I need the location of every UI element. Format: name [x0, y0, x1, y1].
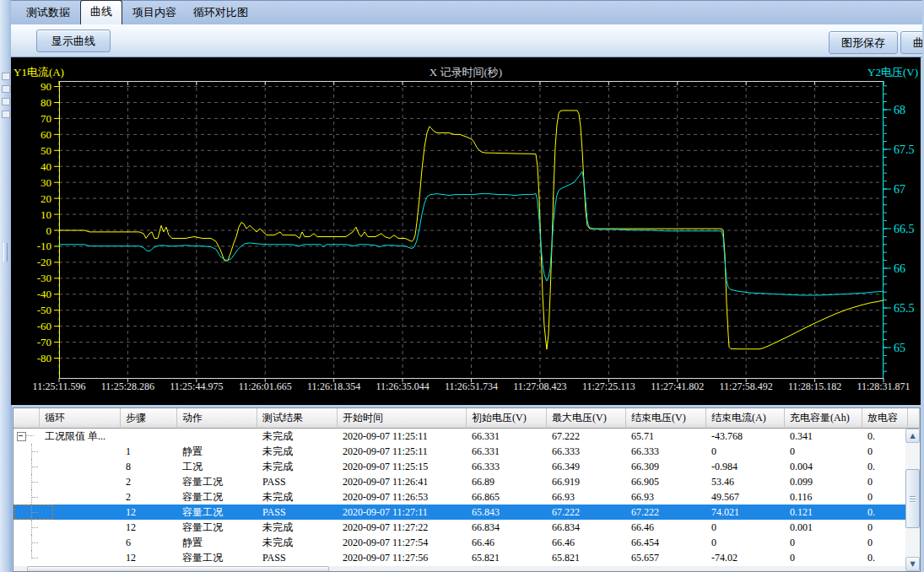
tree-connector [31, 489, 38, 498]
column-header[interactable]: 最大电压(V) [547, 408, 626, 429]
table-row[interactable]: 12容量工况PASS2020-09-07 11:27:1165.84367.22… [14, 505, 920, 520]
table-row[interactable]: 12容量工况PASS2020-09-07 11:27:5665.82165.82… [14, 550, 920, 565]
chart-plot: 9080706050403020100-10-20-30-40-50-60-70… [11, 57, 921, 405]
tab-cycle-compare[interactable]: 循环对比图 [185, 3, 257, 24]
tree-connector [31, 482, 32, 489]
table-row[interactable]: 工况限值 单...未完成2020-09-07 11:25:1166.33167.… [14, 429, 920, 444]
table-cell: 0. [862, 459, 908, 474]
column-header[interactable]: 循环 [40, 408, 121, 429]
column-header[interactable]: 动作 [177, 408, 257, 429]
table-row[interactable]: 12容量工况未完成2020-09-07 11:27:2266.83466.834… [14, 520, 920, 535]
tree-connector [31, 467, 32, 474]
table-cell: 65.821 [547, 550, 626, 565]
table-cell: 65.657 [626, 550, 706, 565]
svg-text:10: 10 [41, 208, 51, 221]
svg-text:40: 40 [41, 160, 51, 173]
column-header[interactable]: 结束电流(A) [706, 408, 785, 429]
column-header[interactable]: 开始时间 [338, 408, 467, 429]
thumb-grip-icon [910, 501, 916, 502]
svg-text:66: 66 [894, 262, 905, 275]
column-header[interactable]: 初始电压(V) [467, 408, 547, 429]
x-tick-label: 11:28:31.871 [843, 380, 922, 393]
svg-text:20: 20 [41, 192, 51, 205]
table-cell: 2 [121, 489, 177, 505]
table-cell [177, 429, 257, 444]
table-cell: 0 [706, 535, 785, 550]
column-header[interactable]: 结束电压(V) [626, 408, 706, 429]
table-row[interactable]: 2容量工况PASS2020-09-07 11:26:4166.8966.9196… [14, 474, 920, 489]
tab-bar: 测试数据 曲线 项目内容 循环对比图 [11, 0, 922, 24]
table-cell: 66.905 [626, 474, 706, 489]
column-header[interactable] [14, 408, 40, 429]
table-cell: 0 [862, 489, 908, 505]
table-body: 工况限值 单...未完成2020-09-07 11:25:1166.33167.… [14, 429, 920, 565]
table-cell: 66.919 [547, 474, 626, 489]
tab-curve[interactable]: 曲线 [80, 0, 122, 24]
table-cell: 0 [862, 474, 908, 489]
table-cell: 未完成 [257, 520, 338, 535]
hscrollbar-thumb[interactable] [27, 566, 329, 572]
table-cell: 2 [121, 474, 177, 489]
splitter-grip-icon[interactable] [3, 243, 8, 262]
table-row[interactable]: 6静置未完成2020-09-07 11:27:5466.4666.4666.45… [14, 535, 920, 550]
table-row[interactable]: 1静置未完成2020-09-07 11:25:1166.33166.33366.… [14, 444, 920, 459]
table-row[interactable]: 8工况未完成2020-09-07 11:25:1566.33366.34966.… [14, 459, 920, 474]
table-cell: PASS [257, 474, 338, 489]
scrollbar-thumb[interactable] [905, 469, 920, 528]
table-cell: 66.331 [467, 429, 547, 444]
table-cell: 66.333 [547, 444, 626, 459]
main-window: 测试数据 曲线 项目内容 循环对比图 显示曲线 图形保存 曲 Y1电流(A) X… [11, 0, 922, 572]
table-cell [40, 444, 121, 459]
side-panel-icon [2, 98, 10, 105]
table-cell: 12 [121, 550, 177, 565]
svg-text:-10: -10 [37, 240, 51, 252]
table-cell: 未完成 [257, 535, 338, 550]
table-cell [40, 489, 121, 505]
clipped-curve-button[interactable]: 曲 [900, 31, 922, 54]
column-header[interactable]: 放电容 [862, 408, 908, 429]
tree-connector [31, 459, 38, 467]
table-cell: 容量工况 [177, 550, 257, 565]
table-cell: 0.001 [785, 520, 862, 535]
table-cell: 12 [121, 505, 177, 520]
tree-connector [31, 497, 32, 505]
vertical-scrollbar[interactable]: ▲ ▼ [905, 429, 920, 571]
table-row[interactable]: 2容量工况未完成2020-09-07 11:26:5366.86566.9366… [14, 489, 920, 505]
table-cell: 66.349 [547, 459, 626, 474]
table-cell: 66.46 [467, 535, 547, 550]
scroll-down-icon[interactable]: ▼ [905, 557, 920, 571]
svg-text:-20: -20 [37, 256, 51, 268]
tab-test-data[interactable]: 测试数据 [18, 3, 78, 24]
svg-text:67.5: 67.5 [894, 143, 915, 156]
table-cell: 未完成 [257, 489, 338, 505]
table-cell: 2020-09-07 11:26:41 [338, 474, 467, 489]
y1-axis: 9080706050403020100-10-20-30-40-50-60-70… [37, 80, 60, 378]
table-cell: 未完成 [257, 444, 338, 459]
table-cell: 67.222 [547, 429, 626, 444]
svg-text:70: 70 [41, 112, 51, 125]
tab-project-content[interactable]: 项目内容 [124, 3, 185, 24]
table-cell: 66.46 [547, 535, 626, 550]
horizontal-scrollbar[interactable] [14, 566, 905, 572]
table-cell: 0.004 [785, 459, 862, 474]
table-cell: 66.93 [547, 489, 626, 505]
table-cell: 65.843 [467, 505, 547, 520]
table-cell: 66.865 [467, 489, 547, 505]
collapsed-side-panel[interactable] [0, 0, 12, 572]
show-curve-button[interactable]: 显示曲线 [36, 30, 111, 52]
svg-text:-80: -80 [37, 352, 51, 364]
table-cell: 2020-09-07 11:25:11 [338, 429, 467, 444]
column-header[interactable]: 步骤 [121, 408, 177, 429]
table-cell: 66.333 [626, 444, 706, 459]
table-cell [40, 535, 121, 550]
scroll-up-icon[interactable]: ▲ [905, 429, 920, 443]
column-header[interactable]: 测试结果 [257, 408, 338, 429]
table-cell: 0 [785, 444, 862, 459]
table-cell: 2020-09-07 11:26:53 [338, 489, 467, 505]
table-cell: 0 [785, 535, 862, 550]
collapse-minus-icon[interactable] [17, 432, 26, 441]
column-header[interactable]: 充电容量(Ah) [785, 408, 862, 429]
save-graph-button[interactable]: 图形保存 [829, 31, 898, 54]
svg-text:-50: -50 [37, 304, 51, 316]
table-cell: 53.46 [706, 474, 785, 489]
